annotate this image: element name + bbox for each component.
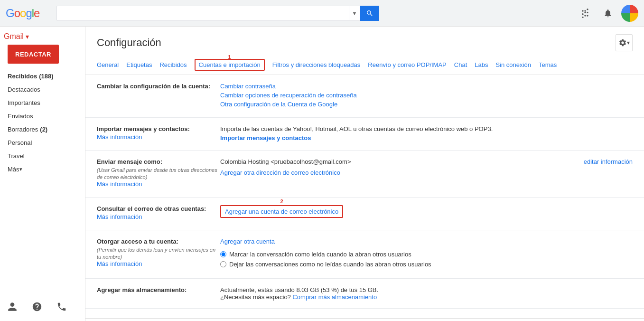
sidebar-item-personal[interactable]: Personal xyxy=(0,136,85,149)
enviar-subtext: (Usar Gmail para enviar desde tus otras … xyxy=(97,167,217,180)
tab-sin-conexion[interactable]: Sin conexión xyxy=(492,57,534,72)
tab-filtros[interactable]: Filtros y direcciones bloqueadas xyxy=(269,57,364,72)
radio-leida-label: Marcar la conversación como leída cuando… xyxy=(229,251,411,258)
consultar-mas-info-link[interactable]: Más información xyxy=(97,213,220,220)
tab-reenvio[interactable]: Reenvío y correo POP/IMAP xyxy=(364,57,450,72)
search-input[interactable] xyxy=(61,9,345,17)
settings-label-almacenamiento: Agregar más almacenamiento: xyxy=(97,286,220,294)
step-2-badge: 2 xyxy=(280,198,283,204)
bell-icon xyxy=(603,9,613,18)
settings-label-consultar: Consultar el correo de otras cuentas: Má… xyxy=(97,205,220,222)
gear-button[interactable]: ▾ xyxy=(616,34,633,51)
settings-label-enviar: Enviar mensaje como: (Usar Gmail para en… xyxy=(97,158,220,189)
radio-no-leida-label: Dejar las conversaciones como no leídas … xyxy=(229,261,431,268)
top-bar: Google ▼ xyxy=(0,0,644,27)
cambiar-config-title: Cambiar la configuración de la cuenta: xyxy=(97,83,220,90)
editar-info-link[interactable]: editar información xyxy=(584,158,633,165)
person-icon xyxy=(7,302,18,312)
drafts-count: (2) xyxy=(40,126,47,133)
otorgar-mas-info-link[interactable]: Más información xyxy=(97,260,220,267)
importar-desc: Importa de las cuentas de Yahoo!, Hotmai… xyxy=(220,125,493,132)
travel-label: Travel xyxy=(8,152,25,160)
settings-row-otorgar: Otorgar acceso a tu cuenta: (Permitir qu… xyxy=(85,230,644,279)
help-icon-button[interactable] xyxy=(28,298,46,315)
phone-icon xyxy=(56,302,67,312)
sidebar: Gmail ▾ REDACTAR Recibidos (188) Destaca… xyxy=(0,27,85,321)
person-icon-button[interactable] xyxy=(4,298,21,315)
settings-row-enviar: Enviar mensaje como: (Usar Gmail para en… xyxy=(85,151,644,198)
grid-icon xyxy=(580,9,590,18)
search-dropdown-button[interactable]: ▼ xyxy=(349,6,361,21)
gear-icon xyxy=(618,38,627,47)
google-logo: Google xyxy=(6,7,39,20)
sidebar-item-sent[interactable]: Enviados xyxy=(0,109,85,123)
importar-mensajes-link[interactable]: Importar mensajes y contactos xyxy=(220,134,633,142)
settings-header: Configuración ▾ xyxy=(85,27,644,55)
settings-row-almacenamiento: Agregar más almacenamiento: Actualmente,… xyxy=(85,279,644,309)
settings-row-consultar: Consultar el correo de otras cuentas: Má… xyxy=(85,198,644,230)
tab-labs[interactable]: Labs xyxy=(471,57,492,72)
almacenamiento-title: Agregar más almacenamiento: xyxy=(97,286,220,293)
settings-row-cambiar: Cambiar la configuración de la cuenta: C… xyxy=(85,75,644,118)
search-icon xyxy=(366,9,373,17)
drafts-label: Borradores xyxy=(8,126,38,133)
sidebar-item-more[interactable]: Más ▾ xyxy=(0,162,85,176)
step-1-badge: 1 xyxy=(228,54,231,60)
cambiar-recuperacion-link[interactable]: Cambiar opciones de recuperación de cont… xyxy=(220,92,633,99)
radio-row-1: Marcar la conversación como leída cuando… xyxy=(220,251,633,258)
otra-config-link[interactable]: Otra configuración de la Cuenta de Googl… xyxy=(220,101,633,108)
starred-label: Destacados xyxy=(8,86,40,93)
importar-mas-info-link[interactable]: Más información xyxy=(97,133,220,141)
phone-icon-button[interactable] xyxy=(53,298,70,315)
more-chevron: ▾ xyxy=(19,166,22,172)
settings-content: Cambiar la configuración de la cuenta: C… xyxy=(85,75,644,318)
consultar-link-wrapper: 2 Agregar una cuenta de correo electróni… xyxy=(220,205,343,218)
content-footer: 8.03 GB (53%) de 15 GB utilizados Admini… xyxy=(85,318,644,321)
tab-cuentas-label: Cuentas e importación xyxy=(195,59,265,71)
notifications-button[interactable] xyxy=(598,4,617,23)
settings-tabs: General Etiquetas Recibidos 1 Cuentas e … xyxy=(85,55,644,75)
agregar-cuenta-correo-link[interactable]: Agregar una cuenta de correo electrónico xyxy=(220,205,343,218)
tab-chat[interactable]: Chat xyxy=(450,57,471,72)
top-right-icons xyxy=(576,4,638,23)
settings-label-cambiar: Cambiar la configuración de la cuenta: xyxy=(97,83,220,91)
settings-content-cambiar: Cambiar contraseña Cambiar opciones de r… xyxy=(220,83,633,110)
tab-etiquetas[interactable]: Etiquetas xyxy=(122,57,156,72)
radio-row-2: Dejar las conversaciones como no leídas … xyxy=(220,261,633,268)
tab-temas[interactable]: Temas xyxy=(535,57,560,72)
agregar-otra-direccion-link[interactable]: Agregar otra dirección de correo electró… xyxy=(220,169,633,176)
search-bar: ▼ xyxy=(56,6,379,21)
compose-button[interactable]: REDACTAR xyxy=(8,45,59,64)
sidebar-item-important[interactable]: Importantes xyxy=(0,96,85,109)
email-address: Colombia Hosting <pruebacolhost@gmail.co… xyxy=(220,158,351,165)
radio-no-leida[interactable] xyxy=(220,261,226,267)
more-label: Más xyxy=(8,166,19,173)
storage-text: Actualmente, estás usando 8.03 GB (53 %)… xyxy=(220,286,378,293)
important-label: Importantes xyxy=(8,99,40,106)
tab-cuentas[interactable]: 1 Cuentas e importación xyxy=(191,55,269,75)
comprar-almacenamiento-link[interactable]: Comprar más almacenamiento xyxy=(292,293,377,301)
gmail-label: Gmail xyxy=(4,32,24,41)
personal-label: Personal xyxy=(8,139,32,146)
gmail-dropdown-icon[interactable]: ▾ xyxy=(26,33,29,40)
sidebar-item-drafts[interactable]: Borradores (2) xyxy=(0,123,85,136)
avatar[interactable] xyxy=(621,5,638,22)
otorgar-title: Otorgar acceso a tu cuenta: xyxy=(97,238,220,245)
search-button[interactable] xyxy=(360,6,379,21)
settings-title: Configuración xyxy=(97,37,161,49)
tab-recibidos[interactable]: Recibidos xyxy=(156,57,190,72)
radio-leida[interactable] xyxy=(220,251,226,257)
main-container: Gmail ▾ REDACTAR Recibidos (188) Destaca… xyxy=(0,27,644,321)
sidebar-item-inbox[interactable]: Recibidos (188) xyxy=(0,69,85,83)
content-area: Configuración ▾ General Etiquetas Recibi… xyxy=(85,27,644,321)
sidebar-item-travel[interactable]: Travel xyxy=(0,149,85,162)
sidebar-item-starred[interactable]: Destacados xyxy=(0,83,85,96)
tab-general[interactable]: General xyxy=(93,57,122,72)
agregar-otra-cuenta-link[interactable]: Agregar otra cuenta xyxy=(220,238,633,245)
enviar-mas-info-link[interactable]: Más información xyxy=(97,180,220,188)
inbox-label: Recibidos xyxy=(8,73,37,80)
otorgar-subtext: (Permitir que los demás lean y envíen me… xyxy=(97,247,215,260)
send-as-row: Colombia Hosting <pruebacolhost@gmail.co… xyxy=(220,158,633,165)
cambiar-contrasena-link[interactable]: Cambiar contraseña xyxy=(220,83,633,90)
apps-button[interactable] xyxy=(576,4,595,23)
